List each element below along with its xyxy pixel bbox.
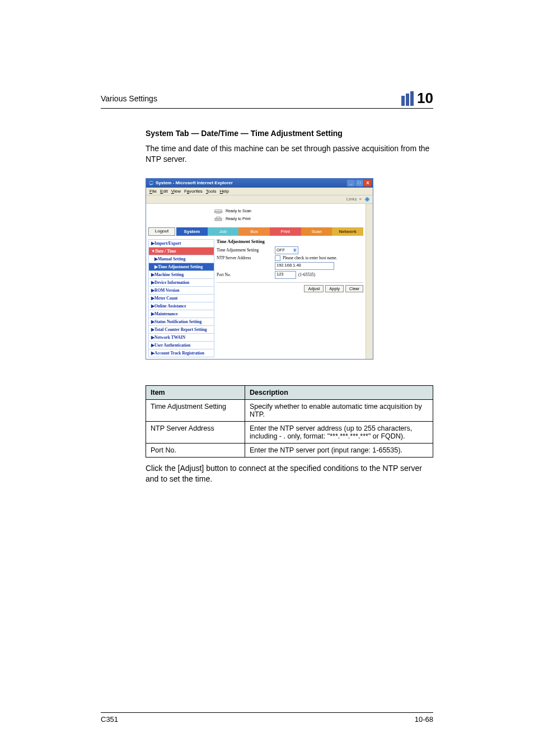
sidebar-item-rom-version[interactable]: ▶ROM Version: [148, 286, 214, 295]
close-button[interactable]: X: [364, 180, 372, 186]
form-heading: Time Adjustment Setting: [217, 239, 363, 244]
clear-button[interactable]: Clear: [345, 285, 363, 292]
sidebar-item-maintenance[interactable]: ▶Maintenance: [148, 310, 214, 318]
menu-tools[interactable]: Tools: [206, 189, 217, 194]
sidebar-item-time-adjustment[interactable]: ▶Time Adjustment Setting: [148, 263, 214, 271]
ntp-label: NTP Server Address: [217, 255, 273, 260]
running-head-left: Various Settings: [101, 94, 157, 103]
table-row: Port No. Enter the NTP server port (inpu…: [146, 443, 433, 457]
scrollbar[interactable]: [366, 204, 373, 359]
ntp-address-input[interactable]: 192.168.1.40: [275, 262, 334, 270]
tab-print[interactable]: Print: [270, 227, 301, 236]
adjust-button[interactable]: Adjust: [304, 285, 324, 292]
links-label[interactable]: Links: [346, 197, 357, 202]
divider: [217, 282, 363, 283]
port-label: Port No.: [217, 272, 273, 277]
chapter-badge: 10: [401, 90, 433, 107]
description-table: Item Description Time Adjustment Setting…: [146, 385, 433, 458]
intro-paragraph: The time and date of this machine can be…: [146, 143, 433, 165]
window-title: System - Microsoft Internet Explorer: [156, 180, 233, 185]
tas-select[interactable]: OFF▾: [275, 246, 298, 254]
screenshot-window: System - Microsoft Internet Explorer _ □…: [146, 178, 373, 360]
sidebar-item-status-notification[interactable]: ▶Status Notification Setting: [148, 318, 214, 326]
print-status: Ready to Print: [226, 217, 250, 221]
menu-edit[interactable]: Edit: [160, 189, 168, 194]
table-head-item: Item: [146, 385, 245, 399]
menu-file[interactable]: File: [149, 189, 157, 194]
scanner-icon: [213, 208, 223, 214]
sidebar-item-user-auth[interactable]: ▶User Authentication: [148, 341, 214, 349]
links-chevron-icon[interactable]: »: [359, 197, 362, 202]
port-input[interactable]: 123: [275, 271, 296, 279]
footer-right: 10-68: [415, 715, 433, 724]
section-title: System Tab — Date/Time — Time Adjustment…: [146, 129, 433, 138]
table-row: NTP Server Address Enter the NTP server …: [146, 421, 433, 443]
sidebar-item-network-twain[interactable]: ▶Network TWAIN: [148, 333, 214, 342]
table-head-desc: Description: [245, 385, 433, 399]
footer-left: C351: [101, 715, 118, 724]
hostname-checkbox[interactable]: [275, 255, 280, 261]
sidebar-item-import-export[interactable]: ▶Import/Export: [148, 239, 214, 248]
menu-help[interactable]: Help: [220, 189, 229, 194]
chevron-down-icon: ▾: [293, 248, 297, 253]
port-range-label: (1-65535): [298, 272, 315, 277]
page-footer: C351 10-68: [101, 712, 433, 724]
sidebar-item-total-counter-report[interactable]: ▶Total Counter Report Setting: [148, 325, 214, 334]
tab-scan[interactable]: Scan: [301, 227, 332, 236]
tab-box[interactable]: Box: [238, 227, 270, 236]
device-status: Ready to Scan Ready to Print: [146, 204, 366, 227]
tab-network[interactable]: Network: [332, 227, 363, 236]
menu-bar: File Edit View Favorites Tools Help: [146, 188, 373, 195]
sidebar-item-account-track[interactable]: ▶Account Track Registration: [148, 349, 214, 357]
sidebar-item-machine-setting[interactable]: ▶Machine Setting: [148, 270, 214, 279]
ie-logo-icon: [148, 180, 154, 186]
sidebar-item-date-time[interactable]: ▼Date / Time: [148, 247, 214, 255]
scan-status: Ready to Scan: [226, 209, 251, 213]
window-titlebar: System - Microsoft Internet Explorer _ □…: [146, 179, 373, 188]
chapter-number: 10: [417, 90, 433, 107]
minimize-button[interactable]: _: [347, 180, 355, 186]
maximize-button[interactable]: □: [355, 180, 363, 186]
menu-view[interactable]: View: [171, 189, 181, 194]
sidebar-item-online-assistance[interactable]: ▶Online Assistance: [148, 302, 214, 310]
form-panel: Time Adjustment Setting Time Adjustment …: [217, 239, 363, 357]
hostname-check-label: Please check to enter host name.: [283, 255, 337, 260]
menu-favorites[interactable]: Favorites: [184, 189, 203, 194]
links-toolbar: Links »: [146, 195, 373, 204]
svg-rect-6: [217, 217, 220, 218]
throbber-icon: [364, 196, 371, 203]
tab-job[interactable]: Job: [208, 227, 239, 236]
tab-system[interactable]: System: [176, 227, 208, 236]
sidebar-item-manual-setting[interactable]: ▶Manual Setting: [148, 255, 214, 263]
tas-label: Time Adjustment Setting: [217, 248, 273, 253]
sidebar-item-meter-count[interactable]: ▶Meter Count: [148, 294, 214, 302]
printer-icon: [213, 216, 223, 222]
apply-button[interactable]: Apply: [325, 285, 344, 292]
table-row: Time Adjustment Setting Specify whether …: [146, 399, 433, 421]
sidebar: ▶Import/Export ▼Date / Time ▶Manual Sett…: [148, 239, 214, 357]
svg-rect-4: [215, 210, 222, 212]
logout-button[interactable]: Logout: [148, 227, 175, 236]
sidebar-item-device-info[interactable]: ▶Device Information: [148, 278, 214, 287]
closing-paragraph: Click the [Adjust] button to connect at …: [146, 463, 433, 484]
